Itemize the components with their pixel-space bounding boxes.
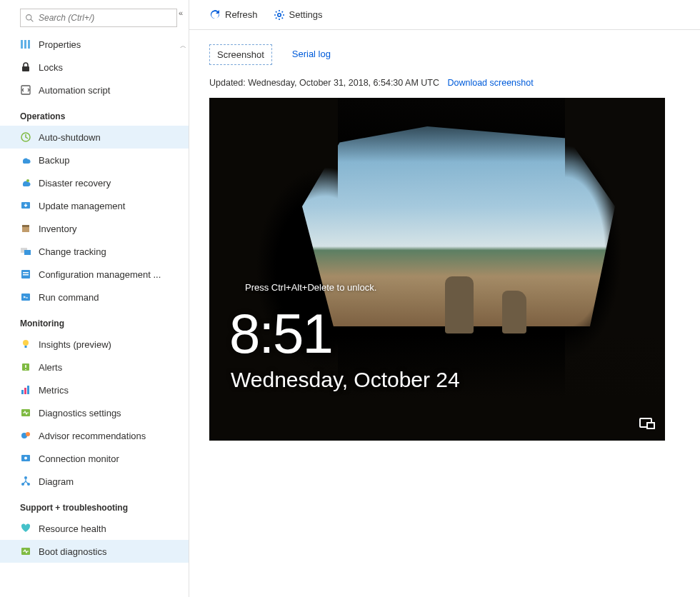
disaster-recovery-icon: [20, 177, 31, 189]
diagnostics-settings-icon: [20, 407, 31, 418]
tab-serial-log[interactable]: Serial log: [285, 44, 338, 65]
scroll-up-icon[interactable]: ︿: [180, 41, 186, 51]
run-command-icon: [20, 291, 31, 303]
screenshot-rock: [502, 291, 526, 333]
updated-prefix: Updated:: [209, 78, 248, 88]
nav-item-advisor[interactable]: Advisor recommendations: [0, 424, 189, 447]
lockscreen-time: 8:51: [229, 301, 332, 366]
settings-label: Settings: [289, 9, 323, 20]
nav-item-locks[interactable]: Locks: [0, 56, 189, 79]
nav-item-automation-script[interactable]: Automation script: [0, 79, 189, 101]
search-input[interactable]: [39, 13, 172, 23]
lockscreen-date: Wednesday, October 24: [231, 368, 460, 392]
updated-row: Updated: Wednesday, October 31, 2018, 6:…: [209, 78, 680, 88]
svg-rect-21: [21, 390, 24, 394]
nav-item-diagnostics-settings[interactable]: Diagnostics settings: [0, 401, 189, 424]
svg-point-26: [26, 432, 30, 436]
nav-item-update-management[interactable]: Update management: [0, 194, 189, 217]
network-icon: [639, 418, 652, 428]
nav-item-metrics[interactable]: Metrics: [0, 378, 189, 401]
change-tracking-icon: [20, 246, 31, 257]
nav-label: Resource health: [39, 523, 106, 534]
update-icon: [20, 200, 31, 211]
nav-item-run-command[interactable]: Run command: [0, 286, 189, 308]
settings-button[interactable]: Settings: [274, 9, 323, 21]
svg-point-29: [24, 476, 27, 479]
clock-icon: [20, 131, 31, 143]
toolbar: Refresh Settings: [189, 0, 700, 30]
svg-rect-2: [21, 40, 23, 49]
nav-item-inventory[interactable]: Inventory: [0, 217, 189, 240]
nav-label: Locks: [39, 62, 63, 73]
nav-label: Insights (preview): [39, 339, 111, 350]
nav-item-boot-diagnostics[interactable]: Boot diagnostics: [0, 540, 189, 563]
svg-rect-19: [25, 346, 27, 348]
nav-item-change-tracking[interactable]: Change tracking: [0, 240, 189, 263]
tab-screenshot[interactable]: Screenshot: [209, 44, 272, 65]
nav-label: Automation script: [39, 85, 110, 96]
refresh-button[interactable]: Refresh: [209, 9, 258, 21]
nav-label: Auto-shutdown: [39, 132, 101, 143]
tabs: Screenshot Serial log: [209, 44, 680, 65]
inventory-icon: [20, 223, 31, 234]
nav-label: Backup: [39, 155, 69, 166]
nav-label: Update management: [39, 201, 125, 211]
nav-label: Properties: [39, 39, 81, 50]
download-screenshot-link[interactable]: Download screenshot: [447, 78, 533, 88]
nav-item-configuration-management[interactable]: Configuration management ...: [0, 263, 189, 286]
config-icon: [20, 269, 31, 280]
section-header-support: Support + troubleshooting: [0, 493, 189, 517]
svg-rect-11: [22, 225, 29, 227]
nav-label: Boot diagnostics: [39, 546, 106, 557]
script-icon: [20, 84, 31, 96]
nav-label: Disaster recovery: [39, 178, 111, 189]
svg-rect-4: [28, 40, 30, 49]
search-container: [0, 0, 189, 33]
nav-item-resource-health[interactable]: Resource health: [0, 517, 189, 540]
nav-label: Change tracking: [39, 246, 106, 257]
nav-label: Diagnostics settings: [39, 408, 121, 418]
nav-label: Configuration management ...: [39, 269, 161, 280]
nav-label: Run command: [39, 292, 99, 303]
nav-item-insights[interactable]: Insights (preview): [0, 333, 189, 356]
svg-rect-16: [23, 274, 29, 276]
svg-rect-3: [24, 40, 26, 49]
nav-item-diagram[interactable]: Diagram: [0, 470, 189, 493]
backup-icon: [20, 154, 31, 166]
nav-item-connection-monitor[interactable]: Connection monitor: [0, 447, 189, 470]
nav-item-alerts[interactable]: Alerts: [0, 356, 189, 378]
svg-rect-15: [23, 272, 29, 274]
svg-point-8: [26, 179, 29, 182]
resource-health-icon: [20, 523, 31, 534]
svg-line-1: [31, 19, 33, 21]
section-header-monitoring: Monitoring: [0, 308, 189, 333]
gear-icon: [274, 9, 285, 21]
refresh-icon: [209, 9, 221, 21]
svg-rect-23: [27, 386, 29, 394]
vm-screenshot: Press Ctrl+Alt+Delete to unlock. 8:51 We…: [209, 98, 665, 441]
nav-item-backup[interactable]: Backup: [0, 149, 189, 171]
svg-rect-10: [22, 226, 29, 232]
nav-label: Alerts: [39, 362, 62, 373]
nav-item-auto-shutdown[interactable]: Auto-shutdown: [0, 126, 189, 149]
collapse-sidebar-icon[interactable]: «: [179, 9, 183, 17]
section-header-operations: Operations: [0, 101, 189, 126]
sidebar: « ︿ Properties Locks Automation script O…: [0, 0, 189, 597]
screenshot-rock: [445, 276, 474, 333]
alerts-icon: [20, 361, 31, 373]
nav-item-properties[interactable]: Properties: [0, 33, 189, 56]
svg-rect-22: [24, 388, 26, 394]
lockscreen-hint: Press Ctrl+Alt+Delete to unlock.: [245, 282, 376, 293]
lock-icon: [20, 61, 31, 73]
svg-point-0: [26, 14, 31, 19]
svg-point-28: [24, 457, 27, 460]
svg-point-18: [23, 340, 29, 346]
nav-list: Properties Locks Automation script Opera…: [0, 33, 189, 597]
nav-label: Advisor recommendations: [39, 431, 146, 441]
diagram-icon: [20, 476, 31, 487]
nav-label: Metrics: [39, 385, 69, 396]
nav-label: Inventory: [39, 224, 76, 234]
search-box[interactable]: [20, 9, 177, 27]
nav-item-disaster-recovery[interactable]: Disaster recovery: [0, 171, 189, 194]
nav-label: Connection monitor: [39, 453, 119, 464]
